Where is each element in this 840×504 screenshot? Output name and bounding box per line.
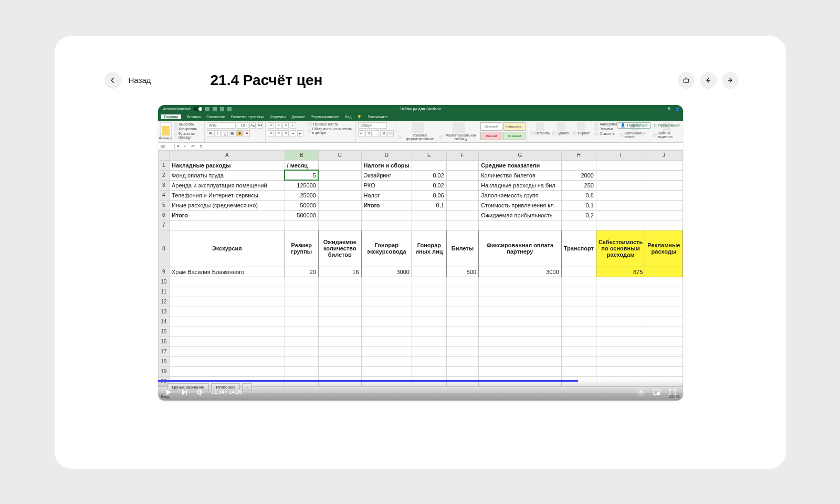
cell[interactable]: Телефония и Интернет-сервисы xyxy=(170,190,285,200)
row-header[interactable]: 5 xyxy=(158,200,170,210)
align-middle-button[interactable]: ≡ xyxy=(275,122,281,129)
cell[interactable] xyxy=(596,200,645,210)
comments-button[interactable]: ☐ Примечания xyxy=(654,123,679,128)
cell[interactable] xyxy=(479,366,562,376)
cell[interactable] xyxy=(645,287,682,297)
cell[interactable] xyxy=(361,210,412,220)
cell[interactable] xyxy=(361,346,412,356)
shrink-font-button[interactable]: A▾ xyxy=(257,122,263,129)
cell[interactable] xyxy=(561,376,596,386)
cell[interactable] xyxy=(170,220,285,230)
cell[interactable] xyxy=(285,346,318,356)
align-center-button[interactable]: ≡ xyxy=(275,130,281,136)
qat-undo-icon[interactable] xyxy=(220,107,224,111)
tab-layout[interactable]: Разметка страницы xyxy=(230,115,264,119)
cell[interactable] xyxy=(645,327,682,337)
qat-redo-icon[interactable] xyxy=(227,107,232,111)
cell[interactable] xyxy=(446,210,478,220)
table-header-cell[interactable]: Гонорар иных лиц xyxy=(412,230,446,267)
cell[interactable] xyxy=(318,160,361,170)
percent-button[interactable]: % xyxy=(365,130,372,136)
row-header[interactable]: 3 xyxy=(158,180,170,190)
column-header[interactable]: E xyxy=(412,150,446,160)
cell[interactable] xyxy=(412,366,446,376)
cell[interactable] xyxy=(479,337,562,346)
row-header[interactable]: 9 xyxy=(158,267,170,277)
cell[interactable] xyxy=(645,200,682,210)
cell[interactable]: Накладные расходы на бил xyxy=(479,180,562,190)
cell[interactable] xyxy=(561,220,596,230)
settings-icon[interactable] xyxy=(637,388,645,396)
autosave-toggle[interactable] xyxy=(193,107,203,111)
cell[interactable]: 875 xyxy=(596,267,645,277)
cell[interactable] xyxy=(479,277,562,287)
cell[interactable]: 3000 xyxy=(361,267,412,277)
cell[interactable] xyxy=(412,346,446,356)
next-button[interactable] xyxy=(722,72,739,89)
cell[interactable] xyxy=(596,337,645,346)
cell[interactable] xyxy=(596,160,645,170)
cell[interactable] xyxy=(446,327,478,337)
comma-button[interactable]: , xyxy=(373,130,379,136)
cell[interactable] xyxy=(412,317,446,327)
cell[interactable]: Эквайринг xyxy=(361,170,412,180)
cell[interactable] xyxy=(561,277,596,287)
tab-insert[interactable]: Вставка xyxy=(187,115,201,119)
cell[interactable] xyxy=(170,317,285,327)
cell[interactable] xyxy=(361,287,412,297)
merge-button[interactable]: Объединить и поместить в центре xyxy=(308,127,353,134)
number-format-select[interactable]: Общий xyxy=(358,122,387,129)
cell[interactable]: 0,1 xyxy=(412,200,446,210)
cancel-icon[interactable]: ✕ xyxy=(175,144,182,149)
cell[interactable]: 0,02 xyxy=(412,170,446,180)
cell[interactable]: 500000 xyxy=(285,210,318,220)
cell[interactable] xyxy=(561,160,596,170)
cell[interactable] xyxy=(170,277,285,287)
style-good[interactable]: Хороший xyxy=(503,132,526,140)
cell[interactable] xyxy=(446,356,478,366)
cell[interactable] xyxy=(645,337,682,346)
cell[interactable] xyxy=(361,366,412,376)
search-icon[interactable]: 🔍 xyxy=(667,107,672,111)
cell[interactable] xyxy=(318,180,361,190)
tab-home[interactable]: Главная xyxy=(161,114,182,119)
table-header-cell[interactable]: Экскурсия xyxy=(170,230,285,267)
cell[interactable] xyxy=(170,297,285,307)
cell[interactable] xyxy=(318,287,361,297)
cell[interactable] xyxy=(285,307,318,317)
cell[interactable] xyxy=(446,277,478,287)
orientation-button[interactable]: ⤹ xyxy=(290,122,296,129)
cell[interactable] xyxy=(596,317,645,327)
cell[interactable]: РКО xyxy=(361,180,412,190)
cond-format-icon[interactable] xyxy=(412,122,424,133)
cell[interactable]: Аренда и эксплуатация помещений xyxy=(170,180,285,190)
align-right-button[interactable]: ≡ xyxy=(282,130,289,136)
cell[interactable] xyxy=(596,190,645,200)
cell[interactable] xyxy=(645,220,682,230)
row-header[interactable]: 1 xyxy=(158,160,170,170)
format-table-icon[interactable] xyxy=(453,122,465,133)
cell[interactable] xyxy=(645,160,682,170)
copy-button[interactable]: Копировать xyxy=(174,127,203,131)
cell[interactable] xyxy=(318,327,361,337)
cell[interactable] xyxy=(446,287,478,297)
cell[interactable] xyxy=(446,307,478,317)
row-header[interactable]: 16 xyxy=(158,337,170,346)
cell[interactable] xyxy=(645,376,682,386)
formula-input[interactable]: 5 xyxy=(198,144,683,149)
cell[interactable] xyxy=(285,376,318,386)
cell[interactable]: 500 xyxy=(446,267,478,277)
tab-view[interactable]: Вид xyxy=(345,115,352,119)
row-header[interactable]: 14 xyxy=(158,317,170,327)
inc-decimal-button[interactable]: .0 xyxy=(380,130,386,136)
cell[interactable] xyxy=(361,337,412,346)
underline-button[interactable]: U xyxy=(222,130,228,136)
tab-review[interactable]: Рецензирование xyxy=(311,115,339,119)
cell[interactable] xyxy=(645,346,682,356)
cell[interactable] xyxy=(412,267,446,277)
cell[interactable]: 0,8 xyxy=(561,190,596,200)
cell[interactable] xyxy=(412,277,446,287)
cell[interactable] xyxy=(561,267,596,277)
cell[interactable] xyxy=(479,346,562,356)
delete-cells-icon[interactable] xyxy=(557,122,565,131)
